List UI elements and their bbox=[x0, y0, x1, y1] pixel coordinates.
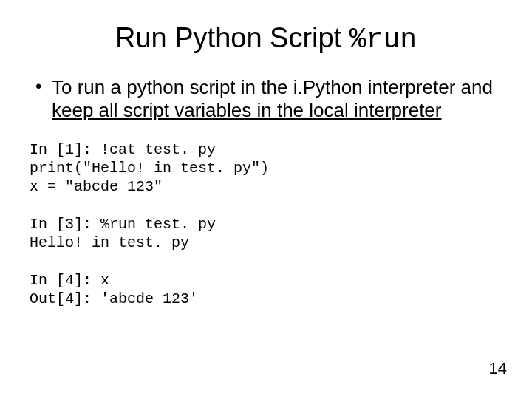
title-text: Run Python Script bbox=[115, 22, 349, 53]
slide-title: Run Python Script %run bbox=[30, 22, 502, 55]
bullet-text-pre: To run a python script in the i.Python i… bbox=[52, 76, 493, 98]
code-block-3: In [4]: x Out[4]: 'abcde 123' bbox=[30, 271, 502, 308]
page-number: 14 bbox=[489, 359, 507, 378]
bullet-item: To run a python script in the i.Python i… bbox=[49, 76, 502, 121]
code-block-1: In [1]: !cat test. py print("Hello! in t… bbox=[30, 140, 502, 196]
title-mono: %run bbox=[349, 24, 417, 55]
code-block-2: In [3]: %run test. py Hello! in test. py bbox=[30, 215, 502, 252]
slide: Run Python Script %run To run a python s… bbox=[0, 0, 532, 399]
bullet-list: To run a python script in the i.Python i… bbox=[30, 76, 502, 121]
bullet-text-underline: keep all script variables in the local i… bbox=[52, 99, 441, 121]
